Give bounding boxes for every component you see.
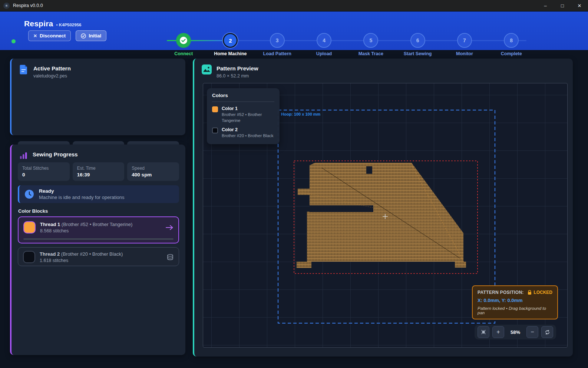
legend-color-name: Color 2 [222, 127, 274, 132]
pattern-void [310, 205, 373, 212]
active-pattern-card: Active Pattern valetudogv2.pes Size 86.0… [10, 59, 185, 135]
step-monitor[interactable]: 7 Monitor [441, 33, 488, 56]
app-brand: Respira [24, 19, 53, 28]
step-complete[interactable]: 8 Complete [488, 33, 535, 56]
check-circle-icon [81, 33, 86, 39]
step-label: Complete [501, 51, 522, 56]
window-controls: – □ ✕ [537, 0, 588, 11]
stepper: Connect 2 Home Machine 3 Load Pattern 4 … [160, 33, 535, 56]
maximize-button[interactable]: □ [554, 0, 571, 11]
arrow-right-icon [165, 225, 174, 231]
hoop-size-label: Hoop: 100 x 100 mm [281, 112, 320, 116]
app-window: ✳ Respira v0.0.0 – □ ✕ Respira • K4P5029… [0, 0, 588, 368]
step-label: Mask Trace [359, 51, 383, 56]
pan-hint: Pattern locked • Drag background to pan [478, 306, 552, 315]
pattern-coordinates: X: 0.0mm, Y: 0.0mm [478, 298, 552, 303]
legend-divider [212, 102, 274, 102]
step-label: Load Pattern [263, 51, 291, 56]
minimize-button[interactable]: – [537, 0, 554, 11]
step-number: 6 [410, 33, 425, 48]
image-icon [202, 64, 212, 79]
titlebar: ✳ Respira v0.0.0 – □ ✕ [0, 0, 588, 11]
thread-block-2[interactable]: Thread 2 (Brother #20 • Brother Black) 1… [18, 247, 179, 266]
thread-stitch-count: 1.618 stitches [40, 258, 123, 263]
thread-stitch-count: 8.568 stitches [40, 228, 132, 233]
stat-label: Est. Time [77, 166, 120, 171]
step-number: 2 [223, 33, 238, 48]
app-header: Respira • K4P502956 ✕ Disconnect Initial [0, 11, 588, 50]
sewing-progress-title: Sewing Progress [33, 150, 78, 160]
legend-swatch-orange [212, 106, 218, 112]
stat-label: Total Stitches [22, 166, 65, 171]
step-number: 5 [363, 33, 378, 48]
reset-view-button[interactable] [541, 326, 553, 338]
serial-bullet: • [56, 23, 57, 27]
sewing-stats: Total Stitches 0 Est. Time 16:39 Speed 4… [18, 162, 179, 181]
disconnect-button[interactable]: ✕ Disconnect [28, 30, 71, 41]
zoom-in-button[interactable]: + [492, 326, 504, 338]
thread-2-swatch [23, 251, 35, 263]
pattern-void [366, 166, 372, 174]
stat-value: 16:39 [77, 172, 120, 178]
locked-badge: LOCKED [528, 290, 552, 295]
colors-legend: Colors Color 1 Brother #52 • Brother Tan… [207, 88, 280, 144]
legend-color-name: Color 1 [222, 106, 274, 111]
pattern-position-overlay: PATTERN POSITION: LOCKED X: 0.0mm, Y: 0.… [472, 285, 558, 319]
app-icon: ✳ [3, 3, 10, 9]
serial-value: K4P502956 [59, 23, 82, 27]
check-icon [179, 36, 188, 44]
legend-swatch-black [212, 127, 218, 133]
zoom-out-button[interactable]: − [526, 326, 538, 338]
thread-1-swatch [23, 221, 36, 233]
stat-value: 400 spm [132, 172, 175, 178]
status-description: Machine is idle and ready for operations [39, 195, 125, 200]
step-connect[interactable]: Connect [160, 33, 207, 56]
file-icon [19, 64, 29, 79]
step-start-sewing[interactable]: 6 Start Sewing [394, 33, 441, 56]
legend-color-detail: Brother #52 • Brother Tangerine [222, 112, 274, 123]
step-mask-trace[interactable]: 5 Mask Trace [347, 33, 394, 56]
step-number: 4 [317, 33, 331, 48]
stat-speed: Speed 400 spm [127, 162, 179, 181]
step-label: Monitor [456, 51, 473, 56]
step-number: 8 [504, 33, 519, 48]
legend-item-color-1: Color 1 Brother #52 • Brother Tangerine [212, 106, 274, 123]
lock-icon [528, 290, 532, 295]
legend-color-detail: Brother #20 • Brother Black [222, 133, 274, 139]
brand-row: Respira • K4P502956 [24, 19, 81, 28]
clock-icon [24, 189, 34, 199]
step-load-pattern[interactable]: 3 Load Pattern [254, 33, 301, 56]
pattern-filename: valetudogv2.pes [33, 73, 71, 79]
embroidery-pattern[interactable] [297, 163, 466, 268]
step-connect-circle [176, 33, 191, 48]
color-blocks-label: Color Blocks [18, 208, 48, 214]
thread-1-progress-bar [23, 238, 174, 240]
machine-status-banner: Ready Machine is idle and ready for oper… [18, 185, 179, 203]
step-number: 3 [270, 33, 285, 48]
status-title: Ready [39, 188, 125, 194]
pattern-position-label: PATTERN POSITION: [478, 290, 524, 295]
step-label: Home Machine [214, 51, 247, 56]
thread-name: Thread 2 [40, 251, 60, 257]
fit-to-view-button[interactable] [478, 326, 489, 338]
close-x-icon: ✕ [33, 33, 37, 39]
pattern-preview-card: Pattern Preview 86.0 × 52.2 mm [193, 59, 573, 357]
thread-detail: (Brother #52 • Brother Tangerine) [62, 222, 132, 227]
stat-value: 0 [22, 172, 65, 178]
sewing-progress-card: Sewing Progress Total Stitches 0 Est. Ti… [10, 145, 185, 355]
pattern-preview-title: Pattern Preview [217, 64, 258, 72]
step-upload[interactable]: 4 Upload [301, 33, 347, 56]
close-button[interactable]: ✕ [571, 0, 588, 11]
initial-button[interactable]: Initial [76, 30, 106, 41]
preview-canvas[interactable]: Hoop: 100 x 100 mm Colors Color 1 Brothe… [203, 83, 568, 348]
bar-chart-icon [19, 150, 28, 160]
window-title: Respira v0.0.0 [13, 3, 43, 8]
step-label: Connect [174, 51, 193, 56]
stat-label: Speed [132, 166, 175, 171]
step-home-machine[interactable]: 2 Home Machine [207, 33, 254, 56]
thread-block-1[interactable]: Thread 1 (Brother #52 • Brother Tangerin… [18, 216, 179, 243]
legend-title: Colors [212, 93, 274, 98]
step-label: Upload [316, 51, 332, 56]
zoom-toolbar: + 58% − [475, 325, 556, 339]
stat-total-stitches: Total Stitches 0 [18, 162, 70, 181]
